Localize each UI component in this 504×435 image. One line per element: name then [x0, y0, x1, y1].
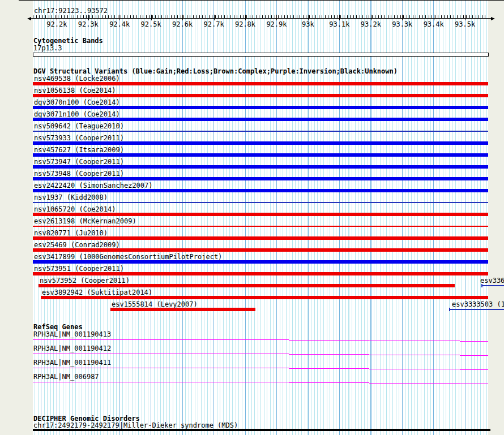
variant-row: dgv3070n100 (Coe2014) [0, 99, 504, 111]
ruler-minor-tick [284, 15, 285, 18]
ruler-major-tick [182, 15, 183, 20]
variant-bar[interactable] [33, 236, 488, 240]
variant-row: nsv1056138 (Coe2014) [0, 87, 504, 99]
ruler-major-tick [245, 15, 246, 20]
variant-bar[interactable] [33, 94, 488, 97]
ruler-minor-tick [39, 15, 40, 18]
ruler-minor-tick [42, 15, 43, 18]
ruler-tick-label: 93.5k [455, 21, 475, 28]
variant-bar[interactable] [33, 153, 488, 157]
ruler-major-tick [57, 15, 57, 20]
ruler-minor-tick [240, 15, 241, 18]
ruler-minor-tick [136, 15, 137, 18]
variant-bar[interactable] [33, 226, 488, 227]
variant-row: nsv1937 (Kidd2008) [0, 194, 504, 206]
ruler-minor-tick [278, 15, 279, 18]
variant-row: nsv573948 (Cooper2011) [0, 170, 504, 182]
ruler-minor-tick [256, 15, 257, 18]
ruler-minor-tick [409, 15, 410, 18]
ruler-minor-tick [378, 15, 379, 18]
ruler-minor-tick [419, 15, 420, 18]
ruler-minor-tick [331, 15, 332, 18]
gene-line[interactable] [460, 369, 488, 370]
variant-bar[interactable] [33, 165, 488, 169]
ruler-tick-label: 92.5k [141, 21, 161, 28]
variant-bar[interactable] [481, 285, 504, 286]
gene-line[interactable] [289, 354, 369, 355]
ruler-minor-tick [353, 15, 354, 18]
gene-line[interactable] [460, 384, 488, 384]
ruler-minor-tick [366, 15, 366, 18]
variant-bar[interactable] [33, 248, 488, 252]
ruler-minor-tick [268, 15, 269, 18]
variant-bar[interactable] [33, 131, 488, 132]
gene-line[interactable] [289, 382, 369, 383]
ruler-minor-tick [362, 15, 363, 18]
variant-bar[interactable] [110, 308, 255, 311]
ruler-minor-tick [58, 15, 58, 18]
variant-row: nsv573951 (Cooper2011) [0, 265, 504, 277]
ruler-minor-tick [228, 15, 228, 18]
variant-row: esv2613198 (McKernan2009) [0, 218, 504, 230]
variant-bar[interactable] [39, 284, 455, 287]
variant-bar[interactable] [33, 82, 488, 85]
variant-bar[interactable] [33, 272, 488, 275]
ruler-minor-tick [444, 15, 445, 18]
ruler-minor-tick [400, 15, 401, 18]
gene-line[interactable] [289, 368, 369, 369]
ruler-minor-tick [234, 15, 234, 18]
gene-line[interactable] [33, 354, 289, 354]
ruler-minor-tick [397, 15, 398, 18]
variant-bar[interactable] [33, 118, 488, 121]
ruler-minor-tick [334, 15, 335, 18]
variant-row: esv3892942 (Suktitipat2014) [0, 289, 504, 301]
ruler-minor-tick [183, 15, 184, 18]
gene-line[interactable] [369, 383, 460, 384]
ruler-minor-tick [112, 15, 112, 18]
variant-bar[interactable] [33, 106, 488, 109]
ruler-minor-tick [369, 15, 369, 18]
variant-bar[interactable] [33, 202, 488, 203]
variant-bar[interactable] [33, 177, 488, 180]
ruler-minor-tick [287, 15, 288, 18]
gene-line[interactable] [289, 340, 369, 341]
ruler-minor-tick [372, 15, 373, 18]
gene-line[interactable] [460, 341, 488, 342]
ruler-major-tick [214, 15, 215, 20]
variant-bar[interactable] [33, 260, 488, 264]
gene-line[interactable] [369, 341, 460, 341]
gene-line[interactable] [460, 355, 488, 356]
variant-bar[interactable] [41, 296, 488, 299]
gene-line[interactable] [369, 355, 460, 355]
ruler-minor-tick [262, 15, 263, 18]
variant-bar[interactable] [33, 189, 488, 192]
ruler-minor-tick [244, 15, 244, 18]
ruler-minor-tick [303, 15, 304, 18]
variant-bar[interactable] [33, 141, 488, 145]
ruler-minor-tick [89, 15, 90, 18]
decipher-region-bar[interactable] [33, 429, 490, 431]
ruler-major-tick [402, 15, 403, 20]
ruler-minor-tick [476, 15, 476, 18]
variant-bar[interactable] [33, 213, 488, 216]
ruler-tick-label: 92.2k [46, 21, 67, 28]
ruler-minor-tick [206, 15, 206, 18]
ruler-minor-tick [155, 15, 156, 18]
gene-line[interactable] [369, 369, 460, 369]
ruler-minor-tick [429, 15, 429, 18]
ruler-minor-tick [328, 15, 328, 18]
gene-line[interactable] [33, 368, 289, 368]
variant-bar[interactable] [449, 309, 504, 310]
ruler-minor-tick [124, 15, 125, 18]
ruler-minor-tick [319, 15, 319, 18]
ruler-minor-tick [224, 15, 225, 18]
gene-line[interactable] [33, 339, 289, 340]
ruler-minor-tick [168, 15, 168, 18]
ruler-minor-tick [435, 15, 435, 18]
ruler-minor-tick [403, 15, 404, 18]
genome-browser-view: chr17:92123..93572 92.2k92.3k92.4k92.5k9… [0, 0, 504, 435]
gene-line[interactable] [33, 382, 289, 382]
ruler-minor-tick [313, 15, 313, 18]
ruler-minor-tick [133, 15, 134, 18]
ruler-minor-tick [92, 15, 93, 18]
